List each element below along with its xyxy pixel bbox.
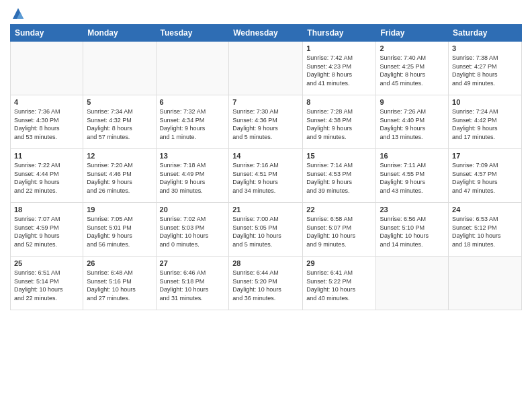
day-number: 7 — [232, 98, 299, 106]
day-cell — [376, 257, 449, 310]
day-detail: Sunrise: 7:18 AM Sunset: 4:49 PM Dayligh… — [160, 161, 226, 195]
day-cell: 21Sunrise: 7:00 AM Sunset: 5:05 PM Dayli… — [229, 203, 303, 257]
col-header-wednesday: Wednesday — [229, 25, 303, 42]
day-detail: Sunrise: 7:34 AM Sunset: 4:32 PM Dayligh… — [87, 107, 152, 141]
day-cell — [156, 42, 229, 95]
day-detail: Sunrise: 7:14 AM Sunset: 4:53 PM Dayligh… — [306, 161, 372, 195]
day-detail: Sunrise: 7:26 AM Sunset: 4:40 PM Dayligh… — [380, 107, 445, 141]
day-number: 17 — [452, 152, 518, 160]
day-cell: 4Sunrise: 7:36 AM Sunset: 4:30 PM Daylig… — [11, 95, 83, 149]
day-detail: Sunrise: 7:28 AM Sunset: 4:38 PM Dayligh… — [306, 107, 372, 141]
day-detail: Sunrise: 6:51 AM Sunset: 5:14 PM Dayligh… — [14, 269, 79, 302]
day-number: 4 — [14, 98, 79, 106]
day-number: 23 — [380, 205, 445, 214]
day-number: 22 — [306, 205, 372, 214]
day-number: 12 — [87, 152, 152, 160]
col-header-tuesday: Tuesday — [156, 25, 229, 42]
day-number: 19 — [87, 205, 152, 214]
week-row-4: 18Sunrise: 7:07 AM Sunset: 4:59 PM Dayli… — [11, 203, 522, 257]
day-cell — [83, 42, 156, 95]
day-detail: Sunrise: 6:48 AM Sunset: 5:16 PM Dayligh… — [87, 269, 152, 302]
week-row-2: 4Sunrise: 7:36 AM Sunset: 4:30 PM Daylig… — [11, 95, 522, 149]
day-detail: Sunrise: 6:53 AM Sunset: 5:12 PM Dayligh… — [452, 215, 518, 248]
day-cell: 12Sunrise: 7:20 AM Sunset: 4:46 PM Dayli… — [83, 149, 156, 203]
day-number: 2 — [380, 44, 445, 52]
day-detail: Sunrise: 7:09 AM Sunset: 4:57 PM Dayligh… — [452, 161, 518, 195]
day-cell: 25Sunrise: 6:51 AM Sunset: 5:14 PM Dayli… — [11, 257, 83, 310]
day-number: 15 — [306, 152, 372, 160]
day-cell: 27Sunrise: 6:46 AM Sunset: 5:18 PM Dayli… — [156, 257, 229, 310]
day-cell — [449, 257, 522, 310]
col-header-thursday: Thursday — [303, 25, 376, 42]
week-row-3: 11Sunrise: 7:22 AM Sunset: 4:44 PM Dayli… — [11, 149, 522, 203]
day-detail: Sunrise: 7:11 AM Sunset: 4:55 PM Dayligh… — [380, 161, 445, 195]
day-detail: Sunrise: 6:58 AM Sunset: 5:07 PM Dayligh… — [306, 215, 372, 248]
day-detail: Sunrise: 7:02 AM Sunset: 5:03 PM Dayligh… — [160, 215, 226, 248]
day-cell: 23Sunrise: 6:56 AM Sunset: 5:10 PM Dayli… — [376, 203, 449, 257]
day-cell: 7Sunrise: 7:30 AM Sunset: 4:36 PM Daylig… — [229, 95, 303, 149]
day-cell: 22Sunrise: 6:58 AM Sunset: 5:07 PM Dayli… — [303, 203, 376, 257]
day-cell: 17Sunrise: 7:09 AM Sunset: 4:57 PM Dayli… — [449, 149, 522, 203]
day-detail: Sunrise: 7:42 AM Sunset: 4:23 PM Dayligh… — [306, 54, 372, 87]
day-detail: Sunrise: 7:20 AM Sunset: 4:46 PM Dayligh… — [87, 161, 152, 195]
day-number: 24 — [452, 205, 518, 214]
day-cell: 3Sunrise: 7:38 AM Sunset: 4:27 PM Daylig… — [449, 42, 522, 95]
day-number: 25 — [14, 259, 79, 267]
day-cell: 19Sunrise: 7:05 AM Sunset: 5:01 PM Dayli… — [83, 203, 156, 257]
day-cell: 11Sunrise: 7:22 AM Sunset: 4:44 PM Dayli… — [11, 149, 83, 203]
day-number: 6 — [160, 98, 226, 106]
logo — [10, 7, 25, 19]
day-number: 5 — [87, 98, 152, 106]
day-number: 20 — [160, 205, 226, 214]
day-detail: Sunrise: 7:32 AM Sunset: 4:34 PM Dayligh… — [160, 107, 226, 141]
day-cell: 24Sunrise: 6:53 AM Sunset: 5:12 PM Dayli… — [449, 203, 522, 257]
day-detail: Sunrise: 7:07 AM Sunset: 4:59 PM Dayligh… — [14, 215, 79, 248]
day-detail: Sunrise: 7:30 AM Sunset: 4:36 PM Dayligh… — [232, 107, 299, 141]
day-cell: 28Sunrise: 6:44 AM Sunset: 5:20 PM Dayli… — [229, 257, 303, 310]
day-cell: 6Sunrise: 7:32 AM Sunset: 4:34 PM Daylig… — [156, 95, 229, 149]
col-header-sunday: Sunday — [11, 25, 83, 42]
day-number: 13 — [160, 152, 226, 160]
day-number: 14 — [232, 152, 299, 160]
day-detail: Sunrise: 6:41 AM Sunset: 5:22 PM Dayligh… — [306, 269, 372, 302]
week-row-5: 25Sunrise: 6:51 AM Sunset: 5:14 PM Dayli… — [11, 257, 522, 310]
day-cell: 14Sunrise: 7:16 AM Sunset: 4:51 PM Dayli… — [229, 149, 303, 203]
day-detail: Sunrise: 6:46 AM Sunset: 5:18 PM Dayligh… — [160, 269, 226, 302]
day-number: 9 — [380, 98, 445, 106]
day-number: 3 — [452, 44, 518, 52]
day-number: 8 — [306, 98, 372, 106]
day-number: 16 — [380, 152, 445, 160]
day-cell: 16Sunrise: 7:11 AM Sunset: 4:55 PM Dayli… — [376, 149, 449, 203]
day-detail: Sunrise: 7:40 AM Sunset: 4:25 PM Dayligh… — [380, 54, 445, 87]
day-cell: 8Sunrise: 7:28 AM Sunset: 4:38 PM Daylig… — [303, 95, 376, 149]
day-detail: Sunrise: 7:24 AM Sunset: 4:42 PM Dayligh… — [452, 107, 518, 141]
day-cell: 15Sunrise: 7:14 AM Sunset: 4:53 PM Dayli… — [303, 149, 376, 203]
calendar-header-row: SundayMondayTuesdayWednesdayThursdayFrid… — [11, 25, 522, 42]
day-detail: Sunrise: 7:22 AM Sunset: 4:44 PM Dayligh… — [14, 161, 79, 195]
day-detail: Sunrise: 7:05 AM Sunset: 5:01 PM Dayligh… — [87, 215, 152, 248]
day-cell — [11, 42, 83, 95]
day-cell: 2Sunrise: 7:40 AM Sunset: 4:25 PM Daylig… — [376, 42, 449, 95]
day-number: 28 — [232, 259, 299, 267]
day-number: 26 — [87, 259, 152, 267]
day-cell: 1Sunrise: 7:42 AM Sunset: 4:23 PM Daylig… — [303, 42, 376, 95]
day-number: 11 — [14, 152, 79, 160]
day-detail: Sunrise: 7:36 AM Sunset: 4:30 PM Dayligh… — [14, 107, 79, 141]
calendar-table: SundayMondayTuesdayWednesdayThursdayFrid… — [10, 24, 522, 310]
day-cell: 18Sunrise: 7:07 AM Sunset: 4:59 PM Dayli… — [11, 203, 83, 257]
day-cell: 29Sunrise: 6:41 AM Sunset: 5:22 PM Dayli… — [303, 257, 376, 310]
day-cell: 9Sunrise: 7:26 AM Sunset: 4:40 PM Daylig… — [376, 95, 449, 149]
day-detail: Sunrise: 7:00 AM Sunset: 5:05 PM Dayligh… — [232, 215, 299, 248]
day-number: 27 — [160, 259, 226, 267]
day-number: 29 — [306, 259, 372, 267]
day-number: 1 — [306, 44, 372, 52]
day-cell: 5Sunrise: 7:34 AM Sunset: 4:32 PM Daylig… — [83, 95, 156, 149]
day-cell — [229, 42, 303, 95]
day-number: 10 — [452, 98, 518, 106]
header — [10, 7, 522, 19]
week-row-1: 1Sunrise: 7:42 AM Sunset: 4:23 PM Daylig… — [11, 42, 522, 95]
day-cell: 10Sunrise: 7:24 AM Sunset: 4:42 PM Dayli… — [449, 95, 522, 149]
page: SundayMondayTuesdayWednesdayThursdayFrid… — [0, 0, 532, 411]
day-cell: 20Sunrise: 7:02 AM Sunset: 5:03 PM Dayli… — [156, 203, 229, 257]
day-detail: Sunrise: 6:56 AM Sunset: 5:10 PM Dayligh… — [380, 215, 445, 248]
